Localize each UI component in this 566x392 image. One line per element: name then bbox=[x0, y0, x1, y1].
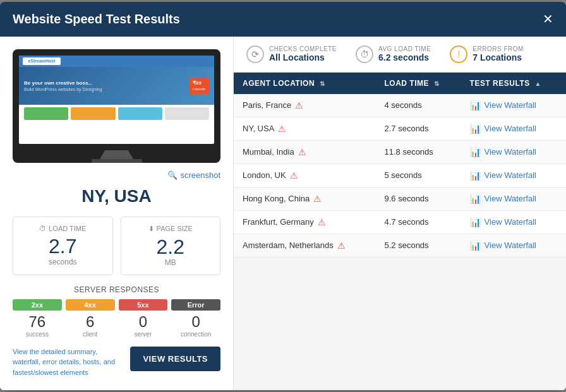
table-body: Paris, France ⚠4 seconds 📊 View Waterfal… bbox=[234, 94, 566, 258]
location-cell: Paris, France ⚠ bbox=[234, 94, 375, 117]
table-row: Paris, France ⚠4 seconds 📊 View Waterfal… bbox=[234, 94, 566, 117]
view-waterfall-link[interactable]: View Waterfall bbox=[485, 241, 536, 250]
col-location[interactable]: AGENT LOCATION ⇅ bbox=[234, 73, 375, 94]
loadtime-cell: 5.2 seconds bbox=[375, 234, 461, 257]
response-type: client bbox=[66, 331, 115, 338]
view-waterfall-link[interactable]: View Waterfall bbox=[485, 217, 536, 227]
view-waterfall-link[interactable]: View Waterfall bbox=[485, 170, 536, 180]
checks-icon: ⟳ bbox=[246, 45, 264, 63]
monitor-display: eStreamHost Be your own creative boss...… bbox=[13, 49, 220, 163]
highlight-text: 11. bbox=[384, 147, 395, 157]
view-waterfall-link[interactable]: View Waterfall bbox=[485, 124, 536, 133]
loadtime-cell: 11.8 seconds bbox=[375, 140, 461, 163]
response-code-item: Error 0 connection bbox=[171, 299, 220, 338]
bar-chart-icon: 📊 bbox=[470, 241, 481, 251]
response-badge: 5xx bbox=[119, 299, 168, 311]
view-waterfall-link[interactable]: View Waterfall bbox=[485, 194, 536, 203]
view-waterfall-link[interactable]: View Waterfall bbox=[485, 100, 536, 110]
table-row: Amsterdam, Netherlands ⚠5.2 seconds 📊 Vi… bbox=[234, 234, 566, 257]
location-cell: Frankfurt, Germany ⚠ bbox=[234, 210, 375, 234]
response-type: connection bbox=[171, 331, 220, 338]
location-cell: NY, USA ⚠ bbox=[234, 117, 375, 140]
error-icon: ⚠ bbox=[290, 170, 298, 181]
page-size-value: 2.2 bbox=[129, 237, 213, 257]
screen-nav: eStreamHost bbox=[19, 56, 214, 67]
response-badge: 2xx bbox=[13, 299, 62, 311]
response-count: 6 bbox=[66, 313, 115, 331]
load-time-unit: seconds bbox=[21, 258, 105, 266]
modal-body: eStreamHost Be your own creative boss...… bbox=[0, 37, 566, 391]
errors-text: ERRORS FROM 7 Locations bbox=[473, 45, 524, 62]
test-results-cell: 📊 View Waterfall bbox=[461, 210, 566, 234]
test-results-cell: 📊 View Waterfall bbox=[461, 94, 566, 117]
test-results-cell: 📊 View Waterfall bbox=[461, 187, 566, 210]
response-code-item: 5xx 0 server bbox=[119, 299, 168, 338]
response-type: server bbox=[119, 331, 168, 338]
response-count: 0 bbox=[171, 313, 220, 331]
load-time-text: 4 seconds bbox=[384, 100, 421, 110]
table-row: Frankfurt, Germany ⚠4.7 seconds 📊 View W… bbox=[234, 210, 566, 234]
col-results[interactable]: TEST RESULTS ▲ bbox=[461, 73, 566, 94]
metrics-row: ⏱ LOAD TIME 2.7 seconds ⬇ PAGE SIZE 2.2 … bbox=[13, 217, 220, 275]
monitor-screen: eStreamHost Be your own creative boss...… bbox=[19, 56, 214, 144]
table-row: London, UK ⚠5 seconds 📊 View Waterfall bbox=[234, 163, 566, 187]
load-time-text: 8 seconds bbox=[396, 147, 433, 157]
sort-icon-results: ▲ bbox=[535, 80, 541, 87]
bar-chart-icon: 📊 bbox=[470, 170, 481, 181]
modal-title: Website Speed Test Results bbox=[13, 12, 180, 27]
left-panel: eStreamHost Be your own creative boss...… bbox=[0, 37, 234, 391]
error-icon: ⚠ bbox=[318, 217, 326, 227]
response-type: success bbox=[13, 331, 62, 338]
response-codes: 2xx 76 success 4xx 6 client 5xx 0 server… bbox=[13, 299, 220, 338]
view-results-button[interactable]: VIEW RESULTS bbox=[130, 347, 220, 371]
screenshot-link[interactable]: 🔍 screenshot bbox=[13, 170, 220, 180]
screen-block-2 bbox=[71, 107, 115, 120]
camera-icon: 🔍 bbox=[167, 170, 178, 180]
location-name: NY, USA bbox=[243, 124, 274, 133]
download-icon: ⬇ bbox=[148, 225, 154, 233]
response-code-item: 2xx 76 success bbox=[13, 299, 62, 338]
location-cell: Amsterdam, Netherlands ⚠ bbox=[234, 234, 375, 257]
location-name: Frankfurt, Germany bbox=[243, 217, 314, 227]
test-results-cell: 📊 View Waterfall bbox=[461, 140, 566, 163]
right-panel: ⟳ CHECKS COMPLETE All Locations ⏱ AVG LO… bbox=[234, 37, 566, 391]
load-time-text: 9.6 seconds bbox=[384, 194, 428, 203]
error-icon: ⚠ bbox=[295, 100, 303, 110]
test-results-cell: 📊 View Waterfall bbox=[461, 234, 566, 257]
response-count: 0 bbox=[119, 313, 168, 331]
response-count: 76 bbox=[13, 313, 62, 331]
checks-text: CHECKS COMPLETE All Locations bbox=[269, 45, 337, 62]
server-responses-title: SERVER RESPONSES bbox=[13, 285, 220, 294]
table-row: Hong Kong, China ⚠9.6 seconds 📊 View Wat… bbox=[234, 187, 566, 210]
load-time-value: 2.7 bbox=[21, 236, 105, 256]
bar-chart-icon: 📊 bbox=[470, 100, 481, 110]
table-row: NY, USA ⚠2.7 seconds 📊 View Waterfall bbox=[234, 117, 566, 140]
screen-logo: eStreamHost bbox=[23, 57, 61, 65]
summary-errors: ! ERRORS FROM 7 Locations bbox=[450, 45, 524, 63]
table-header: AGENT LOCATION ⇅ LOAD TIME ⇅ TEST RESULT… bbox=[234, 73, 566, 94]
location-name: Paris, France bbox=[243, 100, 291, 110]
location-cell: Hong Kong, China ⚠ bbox=[234, 187, 375, 210]
view-results-desc: View the detailed summary, waterfall, er… bbox=[13, 347, 121, 378]
location-name: Mumbai, India bbox=[243, 147, 294, 157]
loadtime-cell: 4.7 seconds bbox=[375, 210, 461, 234]
load-time-text: 4.7 seconds bbox=[384, 217, 428, 227]
avgload-text: AVG LOAD TIME 6.2 seconds bbox=[378, 45, 431, 62]
location-name: Amsterdam, Netherlands bbox=[243, 241, 334, 250]
screen-block-3 bbox=[118, 107, 162, 120]
loadtime-cell: 9.6 seconds bbox=[375, 187, 461, 210]
col-loadtime[interactable]: LOAD TIME ⇅ bbox=[375, 73, 461, 94]
selected-location: NY, USA bbox=[13, 186, 220, 206]
summary-bar: ⟳ CHECKS COMPLETE All Locations ⏱ AVG LO… bbox=[234, 37, 566, 73]
load-time-box: ⏱ LOAD TIME 2.7 seconds bbox=[13, 217, 113, 275]
speed-test-modal: Website Speed Test Results ✕ eStreamHost… bbox=[0, 2, 566, 391]
load-time-text: 2.7 seconds bbox=[384, 124, 428, 133]
view-waterfall-link[interactable]: View Waterfall bbox=[485, 147, 536, 157]
load-time-label: ⏱ LOAD TIME bbox=[21, 225, 105, 232]
sort-icon-loadtime: ⇅ bbox=[434, 80, 440, 87]
results-table: AGENT LOCATION ⇅ LOAD TIME ⇅ TEST RESULT… bbox=[234, 73, 566, 258]
screen-hero: Be your own creative boss... Build WordP… bbox=[19, 67, 214, 105]
price-badge: ₹99/ month bbox=[189, 78, 209, 94]
modal-close-button[interactable]: ✕ bbox=[543, 13, 553, 25]
load-time-text: 5.2 seconds bbox=[384, 241, 428, 250]
